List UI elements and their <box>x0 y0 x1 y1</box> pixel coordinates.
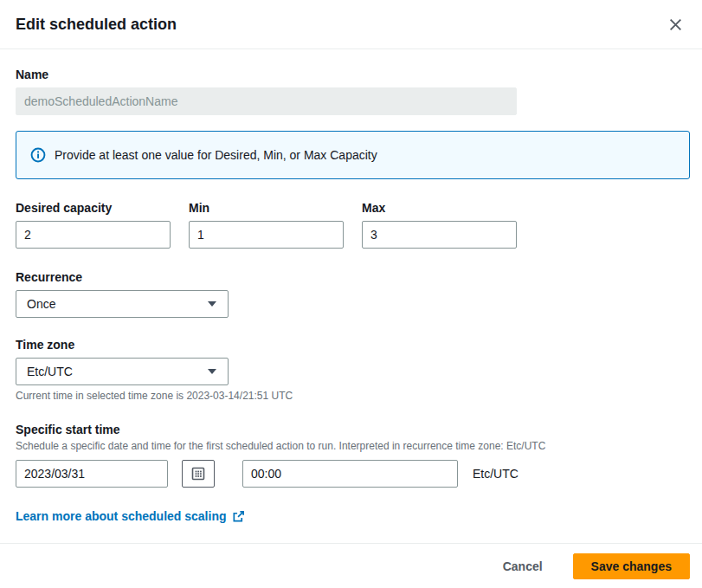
name-field-group: Name <box>16 67 690 115</box>
start-time-input[interactable] <box>242 460 458 488</box>
learn-more-link-label: Learn more about scheduled scaling <box>16 509 227 523</box>
modal-title: Edit scheduled action <box>16 15 177 34</box>
datetime-row: Etc/UTC <box>16 460 690 488</box>
timezone-select[interactable]: Etc/UTC <box>16 358 229 385</box>
start-time-label: Specific start time <box>16 422 690 437</box>
close-icon <box>668 22 683 35</box>
recurrence-select[interactable]: Once <box>16 290 229 318</box>
max-label: Max <box>362 200 517 216</box>
timezone-constraint-text: Current time in selected time zone is 20… <box>16 389 690 403</box>
info-icon <box>30 147 46 163</box>
chevron-down-icon <box>207 300 217 307</box>
info-alert-text: Provide at least one value for Desired, … <box>55 146 377 164</box>
close-button[interactable] <box>667 16 685 34</box>
start-time-description: Schedule a specific date and time for th… <box>16 439 690 453</box>
name-input <box>16 87 517 115</box>
cancel-button[interactable]: Cancel <box>496 556 550 577</box>
edit-scheduled-action-modal: Edit scheduled action Name Provide at le… <box>0 0 702 588</box>
chevron-down-icon <box>207 368 217 375</box>
calendar-button[interactable] <box>182 460 215 488</box>
timezone-suffix-text: Etc/UTC <box>473 467 518 481</box>
recurrence-field-group: Recurrence Once <box>16 269 690 318</box>
max-capacity-field-group: Max <box>362 200 517 249</box>
capacity-row: Desired capacity Min Max <box>16 200 690 249</box>
learn-more-link[interactable]: Learn more about scheduled scaling <box>16 509 245 523</box>
info-alert: Provide at least one value for Desired, … <box>16 131 690 179</box>
desired-capacity-field-group: Desired capacity <box>16 200 171 249</box>
timezone-label: Time zone <box>16 337 690 352</box>
min-label: Min <box>189 200 344 216</box>
external-link-icon <box>232 510 245 523</box>
modal-body: Name Provide at least one value for Desi… <box>0 49 702 524</box>
timezone-selected-value: Etc/UTC <box>27 365 73 378</box>
recurrence-label: Recurrence <box>16 269 690 285</box>
calendar-icon <box>191 467 205 481</box>
min-capacity-field-group: Min <box>189 200 344 249</box>
min-input[interactable] <box>189 221 344 249</box>
modal-header: Edit scheduled action <box>0 0 702 49</box>
timezone-field-group: Time zone Etc/UTC Current time in select… <box>16 337 690 403</box>
recurrence-selected-value: Once <box>27 297 55 311</box>
modal-footer: Cancel Save changes <box>0 543 702 588</box>
start-date-input[interactable] <box>16 460 168 488</box>
desired-capacity-label: Desired capacity <box>16 200 171 216</box>
max-input[interactable] <box>362 221 517 249</box>
desired-capacity-input[interactable] <box>16 221 171 249</box>
start-time-field-group: Specific start time Schedule a specific … <box>16 422 690 488</box>
name-label: Name <box>16 67 690 82</box>
save-changes-button[interactable]: Save changes <box>573 553 690 579</box>
